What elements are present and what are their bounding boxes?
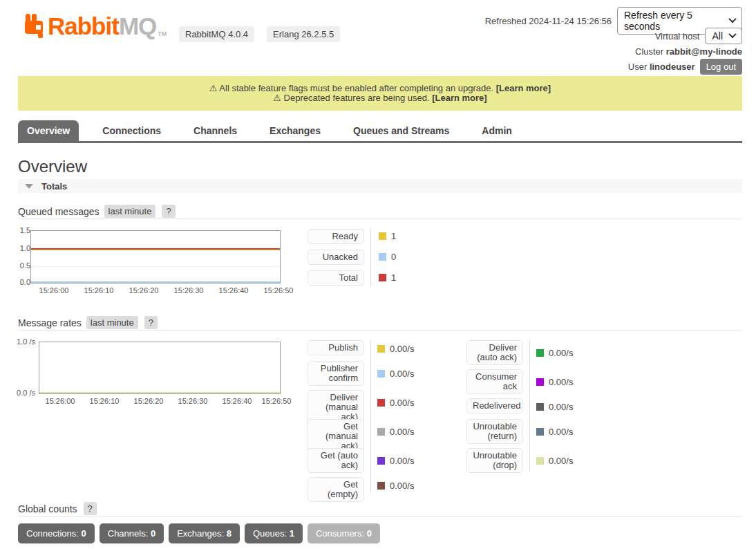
legend-get-empty-button[interactable]: Get (empty) — [308, 477, 364, 502]
legend-deliver-auto-button[interactable]: Deliver (auto ack) — [466, 340, 523, 365]
legend-unacked-button[interactable]: Unacked — [308, 250, 364, 265]
legend-unacked-value: 0 — [379, 252, 396, 262]
y-tick: 1.0 /s — [15, 337, 35, 346]
unroutable-drop-color-swatch — [536, 457, 544, 465]
message-rates-title: Message rates — [18, 317, 82, 328]
user-label: User — [628, 62, 647, 72]
page-title: Overview — [18, 157, 87, 176]
legend-publish-button[interactable]: Publish — [308, 340, 364, 355]
cluster-row: Cluster rabbit@my-linode — [635, 46, 742, 57]
warning-line2-text: ⚠ Deprecated features are being used. — [273, 93, 429, 103]
x-tick: 15:26:30 — [168, 286, 209, 295]
x-tick: 15:26:20 — [123, 286, 164, 295]
unacked-color-swatch — [379, 253, 386, 261]
totals-label: Totals — [41, 181, 67, 192]
y-tick: 1.0 — [10, 244, 30, 252]
tab-admin[interactable]: Admin — [473, 120, 521, 141]
get-manual-rate: 0.00/s — [377, 427, 414, 437]
virtual-host-row: Virtual host All — [655, 28, 742, 44]
queued-plot-area — [30, 230, 281, 283]
channels-count-badge: Channels: 0 — [100, 523, 164, 543]
feature-flags-warning-banner: ⚠ All stable feature flags must be enabl… — [18, 76, 742, 111]
publish-color-swatch — [377, 345, 385, 353]
deliver-auto-color-swatch — [536, 349, 544, 357]
legend-divider — [370, 340, 371, 492]
rabbitmq-management-page: Rabbit MQ TM RabbitMQ 4.0.4 Erlang 26.2.… — [0, 0, 756, 549]
virtual-host-label: Virtual host — [655, 31, 700, 41]
warning-line2-learn-more-link[interactable]: [Learn more] — [432, 93, 486, 103]
x-tick: 15:26:50 — [256, 397, 297, 405]
chevron-down-icon — [728, 15, 736, 22]
queued-help-icon[interactable]: ? — [162, 205, 175, 218]
rabbitmq-logo[interactable]: Rabbit MQ TM — [25, 12, 167, 40]
virtual-host-value: All — [712, 30, 723, 41]
rates-range-badge[interactable]: last minute — [86, 316, 138, 329]
deliver-manual-color-swatch — [377, 399, 385, 407]
queued-messages-header: Queued messages last minute ? — [18, 205, 176, 218]
message-rates-header: Message rates last minute ? — [18, 316, 158, 329]
x-tick: 15:26:40 — [216, 397, 258, 405]
global-counts-help-icon[interactable]: ? — [84, 502, 97, 515]
logout-button[interactable]: Log out — [700, 59, 742, 75]
legend-redelivered-button[interactable]: Redelivered — [466, 398, 523, 413]
get-empty-color-swatch — [377, 482, 385, 490]
rates-plot-area — [39, 342, 281, 394]
legend-consumer-ack-button[interactable]: Consumer ack — [466, 369, 523, 394]
x-tick: 15:26:00 — [33, 286, 75, 295]
x-tick: 15:26:00 — [39, 397, 81, 405]
warning-line1-learn-more-link[interactable]: [Learn more] — [496, 83, 551, 93]
cluster-label: Cluster — [635, 46, 663, 57]
tab-channels[interactable]: Channels — [185, 120, 246, 141]
legend-get-auto-button[interactable]: Get (auto ack) — [308, 448, 364, 473]
get-auto-color-swatch — [377, 457, 385, 465]
message-rates-chart: 1.0 /s 0.0 /s 15:26:00 15:26:10 15:26:20… — [18, 336, 742, 502]
section-divider — [18, 218, 742, 219]
deliver-auto-rate: 0.00/s — [536, 348, 573, 358]
legend-unroutable-drop-button[interactable]: Unroutable (drop) — [466, 448, 523, 473]
chevron-down-icon — [728, 30, 736, 37]
tab-exchanges[interactable]: Exchanges — [261, 120, 330, 141]
y-tick: 0.0 — [10, 278, 30, 286]
queued-messages-title: Queued messages — [18, 206, 100, 217]
version-badges: RabbitMQ 4.0.4 Erlang 26.2.5.5 — [179, 26, 340, 42]
tab-overview[interactable]: Overview — [18, 120, 79, 141]
consumers-count-badge: Consumers: 0 — [308, 523, 380, 543]
y-tick: 0.0 /s — [15, 389, 35, 397]
tab-connections[interactable]: Connections — [93, 120, 170, 141]
total-color-swatch — [379, 274, 386, 281]
consumer-ack-rate: 0.00/s — [536, 377, 573, 387]
queues-count-badge: Queues: 1 — [245, 523, 303, 543]
get-auto-rate: 0.00/s — [377, 456, 414, 466]
legend-divider — [370, 228, 371, 287]
ready-series-line — [31, 250, 280, 250]
get-manual-color-swatch — [377, 428, 385, 436]
refreshed-timestamp: Refreshed 2024-11-24 15:26:56 — [485, 16, 612, 26]
flat-zero-series-line — [39, 392, 280, 393]
x-tick: 15:26:20 — [128, 397, 169, 405]
legend-total-button[interactable]: Total — [308, 270, 364, 286]
y-tick: 0.5 — [10, 261, 30, 270]
y-tick: 1.5 — [10, 226, 30, 234]
legend-unroutable-return-button[interactable]: Unroutable (return) — [466, 419, 523, 444]
publisher-confirm-rate: 0.00/s — [377, 369, 414, 379]
rates-help-icon[interactable]: ? — [144, 316, 158, 329]
connections-count-badge: Connections: 0 — [18, 523, 95, 543]
user-row: User linodeuser Log out — [628, 59, 742, 75]
queued-range-badge[interactable]: last minute — [104, 205, 156, 218]
totals-section-toggle[interactable]: Totals — [18, 179, 742, 193]
unacked-series-line — [31, 281, 280, 283]
redelivered-color-swatch — [536, 403, 544, 411]
virtual-host-select[interactable]: All — [705, 28, 742, 44]
tab-queues-and-streams[interactable]: Queues and Streams — [344, 120, 458, 141]
get-empty-rate: 0.00/s — [377, 481, 414, 491]
publish-rate: 0.00/s — [377, 344, 414, 354]
publisher-confirm-color-swatch — [377, 370, 385, 378]
global-counts-title: Global counts — [18, 503, 77, 514]
legend-publisher-confirm-button[interactable]: Publisher confirm — [308, 361, 364, 386]
legend-ready-button[interactable]: Ready — [308, 229, 364, 244]
legend-divider — [529, 340, 530, 472]
user-name: linodeuser — [650, 62, 695, 72]
x-tick: 15:26:40 — [213, 286, 254, 295]
brand-rabbit: Rabbit — [48, 12, 119, 40]
x-tick: 15:26:30 — [172, 397, 214, 405]
